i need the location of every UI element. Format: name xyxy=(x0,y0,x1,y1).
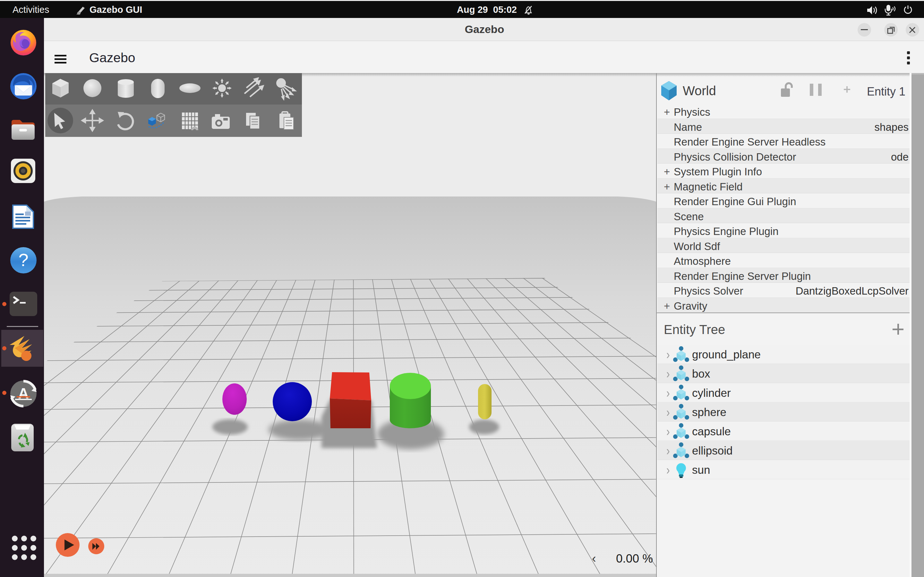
svg-text:0.00 %: 0.00 % xyxy=(616,552,653,565)
svg-text:?: ? xyxy=(18,250,28,270)
svg-text:‹: ‹ xyxy=(592,552,596,565)
